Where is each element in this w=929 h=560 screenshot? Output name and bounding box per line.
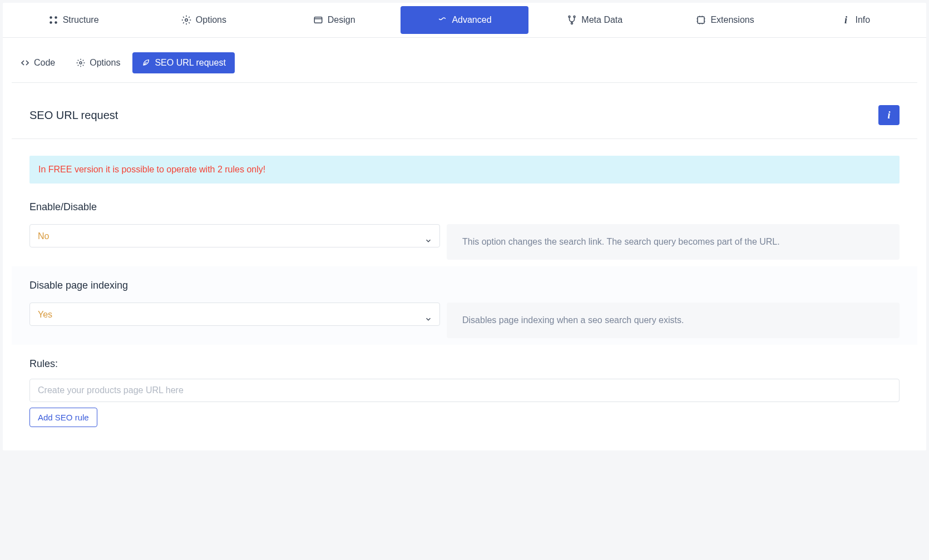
sub-tabs: Code Options SEO URL request [12,52,917,83]
svg-point-3 [55,21,57,24]
tab-options[interactable]: Options [140,6,268,34]
svg-point-4 [185,19,188,22]
design-icon [313,15,323,25]
tab-label: Info [855,15,870,25]
gear-icon [181,15,191,25]
svg-rect-5 [314,17,322,23]
disable-indexing-select[interactable]: Yes [29,303,440,326]
tab-extensions[interactable]: Extensions [661,6,789,34]
svg-point-7 [574,16,575,18]
tab-label: Advanced [452,15,491,25]
info-button[interactable]: i [878,105,900,125]
disable-indexing-help: Disables page indexing when a seo search… [447,303,900,338]
svg-point-2 [50,21,52,24]
leaf-icon [141,58,150,67]
tab-info[interactable]: i Info [792,6,920,34]
notice-banner: In FREE version it is possible to operat… [29,156,900,184]
enable-disable-help: This option changes the search link. The… [447,224,900,260]
info-icon: i [841,15,851,25]
svg-rect-9 [698,17,704,23]
advanced-icon [437,15,447,25]
sub-tab-label: Options [90,58,120,68]
extensions-icon [696,15,706,25]
tab-meta-data[interactable]: Meta Data [531,6,659,34]
svg-point-0 [50,16,52,19]
tab-label: Design [328,15,355,25]
sub-tab-label: SEO URL request [155,58,225,68]
tab-advanced[interactable]: Advanced [401,6,528,34]
svg-point-6 [569,16,570,18]
disable-indexing-label: Disable page indexing [29,280,900,291]
tab-design[interactable]: Design [270,6,398,34]
rules-section: Rules: Add SEO rule [12,345,917,434]
add-seo-rule-button[interactable]: Add SEO rule [29,408,97,427]
sub-tab-options[interactable]: Options [67,52,129,73]
tab-label: Extensions [710,15,754,25]
sub-tab-label: Code [34,58,55,68]
gear-icon [76,58,85,67]
sub-tab-seo-url[interactable]: SEO URL request [132,52,234,73]
meta-icon [567,15,577,25]
svg-point-10 [80,62,82,64]
tab-label: Meta Data [581,15,622,25]
rules-label: Rules: [29,358,900,370]
tab-label: Structure [63,15,99,25]
section-title: SEO URL request [29,109,118,122]
tab-label: Options [196,15,226,25]
code-icon [21,58,29,67]
section-header: SEO URL request i [12,87,917,139]
enable-disable-label: Enable/Disable [29,201,900,213]
svg-point-1 [55,16,57,19]
svg-point-8 [571,23,573,24]
enable-disable-select[interactable]: No [29,224,440,247]
disable-indexing-group: Disable page indexing Yes Disables page … [12,266,917,345]
rules-input[interactable] [29,379,900,402]
structure-icon [48,15,58,25]
sub-tab-code[interactable]: Code [12,52,64,73]
enable-disable-group: Enable/Disable No This option changes th… [12,188,917,266]
main-tabs: Structure Options Design Advanced Meta D… [3,3,926,38]
tab-structure[interactable]: Structure [9,6,137,34]
